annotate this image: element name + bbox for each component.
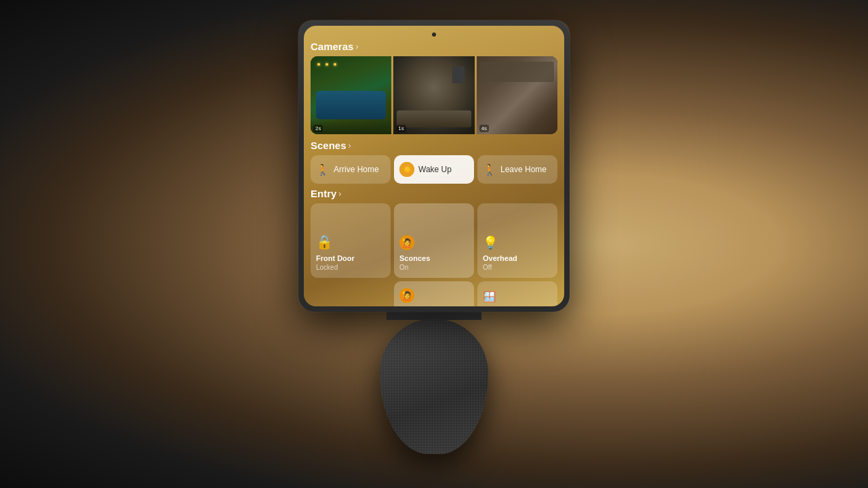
homepod-mesh — [380, 319, 488, 454]
shades-icon: 🪟 — [483, 290, 496, 303]
scenes-section: Scenes › 🚶 Arrive Home ☀️ Wake Up — [311, 140, 557, 184]
overhead-name: Overhead — [483, 254, 517, 262]
pendant-icon: 🙋 — [399, 288, 414, 303]
scene-leave-home[interactable]: 🚶 Leave Home — [477, 155, 557, 184]
camera-feed-pool[interactable]: 2s — [311, 56, 391, 134]
camera-feed-driveway[interactable]: 1s — [393, 56, 474, 134]
device-sconces[interactable]: 🙋 Sconces On — [394, 203, 474, 278]
camera-feed-porch[interactable]: 4s — [477, 56, 557, 134]
cameras-title: Cameras — [311, 41, 353, 52]
homepod-body — [380, 319, 488, 454]
wake-up-icon-wrap: ☀️ — [399, 162, 414, 177]
device-pendant[interactable]: 🙋 Pendant 25% — [394, 281, 474, 306]
entry-chevron: › — [338, 189, 341, 199]
scene-wake-up[interactable]: ☀️ Wake Up — [394, 155, 474, 184]
camera-timestamp-driveway: 1s — [396, 125, 406, 132]
cameras-chevron: › — [355, 42, 358, 52]
device-shades[interactable]: 🪟 Shades Closed — [477, 281, 557, 306]
device-overhead[interactable]: 💡 Overhead Off — [477, 203, 557, 278]
scenes-grid: 🚶 Arrive Home ☀️ Wake Up 🚶 Leave Home — [311, 155, 557, 184]
camera-timestamp-porch: 4s — [479, 125, 489, 132]
cameras-grid: 2s 1s 4s — [311, 56, 557, 134]
homepod-speaker — [366, 298, 502, 468]
leave-home-label: Leave Home — [500, 165, 547, 174]
entry-header[interactable]: Entry › — [311, 188, 557, 199]
scene-arrive-home[interactable]: 🚶 Arrive Home — [311, 155, 391, 184]
overhead-status: Off — [483, 264, 492, 271]
entry-grid: 🔒 Front Door Locked 🙋 Sconces On 💡 Overh… — [311, 203, 557, 306]
ipad-frame: Cameras › 2s — [298, 20, 570, 312]
sconces-name: Sconces — [399, 254, 430, 262]
scenes-chevron: › — [349, 141, 351, 150]
cameras-header[interactable]: Cameras › — [311, 41, 557, 52]
camera-timestamp-pool: 2s — [313, 125, 323, 132]
front-door-status: Locked — [316, 264, 338, 271]
front-camera — [432, 33, 436, 37]
entry-section: Entry › 🔒 Front Door Locked 🙋 Sconces On — [311, 188, 557, 306]
lock-icon: 🔒 — [316, 234, 333, 250]
overhead-icon: 💡 — [483, 235, 498, 250]
arrive-home-icon: 🚶 — [316, 163, 330, 176]
ipad-screen: Cameras › 2s — [304, 26, 564, 306]
wake-up-label: Wake Up — [418, 165, 452, 174]
sconces-status: On — [399, 264, 408, 271]
arrive-home-label: Arrive Home — [334, 165, 379, 174]
leave-home-icon: 🚶 — [483, 163, 496, 176]
device-front-door[interactable]: 🔒 Front Door Locked — [311, 203, 391, 278]
scenes-header[interactable]: Scenes › — [311, 140, 557, 151]
entry-title: Entry — [311, 188, 336, 199]
scenes-title: Scenes — [311, 140, 347, 151]
front-door-name: Front Door — [316, 254, 355, 262]
device-container: Cameras › 2s — [298, 20, 570, 468]
sconces-icon: 🙋 — [399, 235, 414, 250]
